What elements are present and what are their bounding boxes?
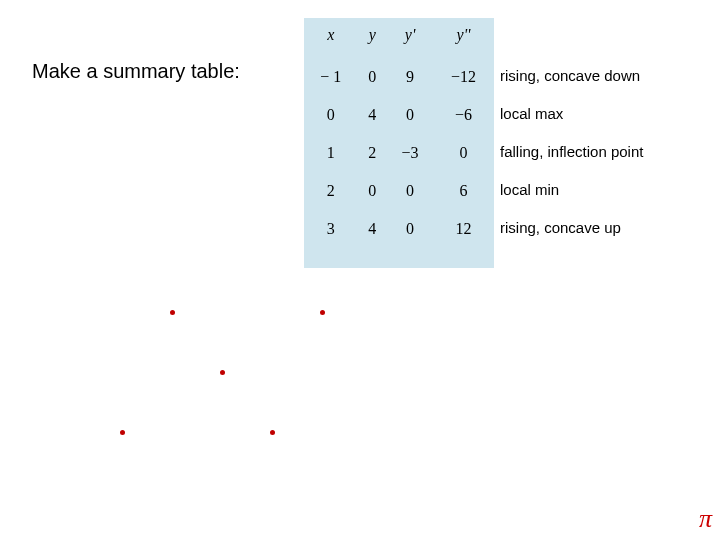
table-row: 3 4 0 12 [304,210,494,248]
cell: 0 [304,96,358,134]
table-row: 2 0 0 6 [304,172,494,210]
cell: 0 [387,210,433,248]
cell: 4 [358,210,387,248]
cell: − 1 [304,58,358,96]
scatter-plot [80,300,380,500]
cell: 2 [304,172,358,210]
cell: 1 [304,134,358,172]
table-row: 1 2 −3 0 [304,134,494,172]
cell: −12 [433,58,494,96]
table-row: 0 4 0 −6 [304,96,494,134]
cell: 0 [358,58,387,96]
annotation: local max [500,94,710,132]
cell: 3 [304,210,358,248]
cell: 12 [433,210,494,248]
col-header-yprime: y' [387,18,433,58]
annotation: local min [500,170,710,208]
plot-point [220,370,225,375]
cell: 0 [387,96,433,134]
pi-icon: π [699,504,712,534]
cell: 0 [387,172,433,210]
plot-point [120,430,125,435]
annotation-column: rising, concave down local max falling, … [500,56,710,246]
table-header-row: x y y' y'' [304,18,494,58]
cell: 0 [358,172,387,210]
cell: −3 [387,134,433,172]
cell: 6 [433,172,494,210]
col-header-y: y [358,18,387,58]
summary-table: x y y' y'' − 1 0 9 −12 0 4 0 −6 1 2 [304,18,494,248]
cell: −6 [433,96,494,134]
cell: 9 [387,58,433,96]
instruction-text: Make a summary table: [32,60,240,83]
cell: 2 [358,134,387,172]
cell: 4 [358,96,387,134]
col-header-ydoubleprime: y'' [433,18,494,58]
summary-table-panel: x y y' y'' − 1 0 9 −12 0 4 0 −6 1 2 [304,18,494,268]
annotation: rising, concave down [500,56,710,94]
cell: 0 [433,134,494,172]
plot-point [320,310,325,315]
annotation: rising, concave up [500,208,710,246]
annotation: falling, inflection point [500,132,710,170]
col-header-x: x [304,18,358,58]
plot-point [270,430,275,435]
table-row: − 1 0 9 −12 [304,58,494,96]
plot-point [170,310,175,315]
